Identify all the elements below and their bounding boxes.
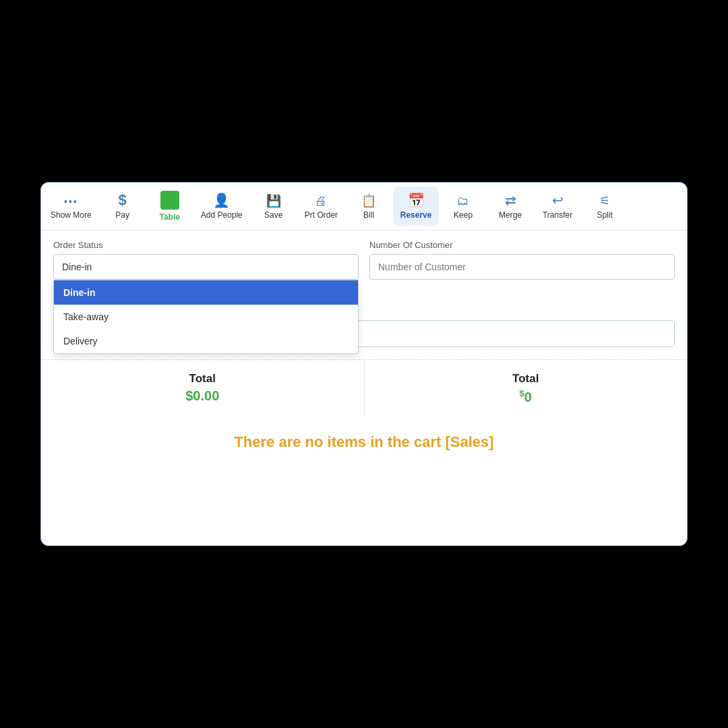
add-people-icon	[213, 193, 230, 208]
reserve-label: Reserve	[400, 210, 432, 220]
transfer-button[interactable]: Transfer	[535, 187, 580, 226]
keep-button[interactable]: Keep	[440, 187, 486, 226]
pay-button[interactable]: Pay	[100, 187, 146, 226]
split-icon	[599, 193, 610, 208]
customer-section: Number Of Customer	[369, 240, 675, 280]
split-button[interactable]: Split	[582, 187, 628, 226]
bill-label: Bill	[363, 210, 374, 220]
reserve-icon	[408, 193, 425, 208]
merge-label: Merge	[499, 210, 522, 220]
total-right-label: Total	[512, 372, 539, 386]
dropdown-option-takeaway[interactable]: Take-away	[54, 305, 358, 329]
order-status-dropdown: Dine-in Take-away Delivery	[53, 280, 359, 354]
currency-symbol: $	[520, 388, 524, 398]
dropdown-option-dine-in[interactable]: Dine-in	[54, 280, 358, 305]
show-more-button[interactable]: Show More	[44, 187, 98, 226]
prt-order-button[interactable]: Prt Order	[298, 187, 344, 226]
reserve-button[interactable]: Reserve	[393, 187, 439, 226]
total-left-label: Total	[189, 372, 216, 386]
order-status-label: Order Status	[53, 240, 359, 250]
totals-row: Total $0.00 Total $0	[41, 359, 687, 415]
order-section: Order Status Dine-in Dine-in Take-away D…	[41, 231, 687, 280]
total-right-value: $0	[520, 388, 532, 405]
bill-icon	[361, 193, 376, 208]
merge-button[interactable]: Merge	[487, 187, 533, 226]
keep-label: Keep	[454, 210, 473, 220]
dropdown-option-delivery[interactable]: Delivery	[54, 329, 358, 353]
add-people-label: Add People	[201, 210, 243, 220]
order-status-value: Dine-in	[62, 262, 92, 272]
customer-input[interactable]	[369, 254, 675, 280]
total-left: Total $0.00	[41, 360, 365, 415]
toolbar: Show More Pay Table Add People	[41, 183, 687, 231]
main-panel: Show More Pay Table Add People	[40, 182, 688, 546]
keep-icon	[457, 193, 469, 208]
save-label: Save	[264, 210, 282, 220]
table-label: Table	[159, 212, 179, 222]
print-icon	[315, 193, 327, 208]
order-status-select[interactable]: Dine-in	[53, 254, 359, 280]
pay-label: Pay	[115, 210, 129, 220]
customer-label: Number Of Customer	[369, 240, 675, 250]
merge-icon	[505, 193, 516, 208]
order-status-section: Order Status Dine-in Dine-in Take-away D…	[53, 240, 359, 280]
empty-cart-message: There are no items in the cart [Sales]	[41, 415, 687, 475]
save-button[interactable]: Save	[251, 187, 297, 226]
transfer-icon	[552, 193, 564, 208]
table-button[interactable]: Table	[147, 187, 193, 226]
add-people-button[interactable]: Add People	[194, 187, 249, 226]
split-label: Split	[597, 210, 612, 220]
save-icon	[266, 193, 281, 208]
total-left-value: $0.00	[185, 388, 219, 404]
prt-order-label: Prt Order	[305, 210, 338, 220]
show-more-label: Show More	[51, 210, 92, 220]
show-more-icon	[64, 193, 78, 208]
table-icon	[160, 191, 179, 210]
bill-button[interactable]: Bill	[346, 187, 392, 226]
pay-icon	[119, 193, 127, 208]
transfer-label: Transfer	[543, 210, 572, 220]
total-right: Total $0	[365, 360, 688, 415]
